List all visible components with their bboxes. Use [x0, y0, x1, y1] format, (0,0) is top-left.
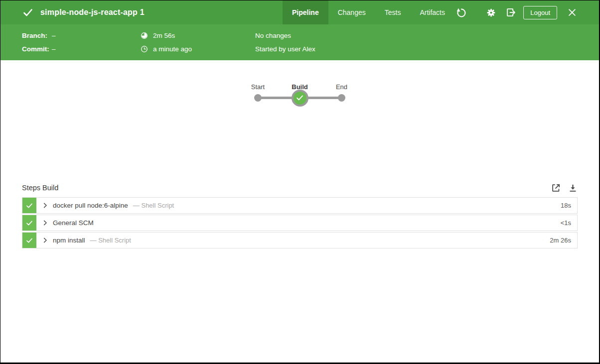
branch-line: Branch: –: [22, 31, 140, 40]
step-row-npm-install[interactable]: npm install — Shell Script 2m 26s: [22, 232, 578, 248]
steps-actions: [551, 183, 578, 193]
run-title-area: simple-node-js-react-app 1: [0, 0, 283, 24]
graph-node-build[interactable]: [292, 90, 308, 107]
header-actions: Logout: [456, 0, 599, 24]
graph-label-start: Start: [251, 83, 265, 91]
commit-label: Commit:: [22, 45, 52, 53]
step-duration: <1s: [561, 219, 577, 227]
pipeline-graph: Start Build End: [248, 83, 352, 112]
steps-title: Steps Build: [22, 184, 58, 192]
branch-label: Branch:: [22, 32, 52, 39]
open-log-external-link-icon[interactable]: [551, 183, 561, 193]
step-type: — Shell Script: [90, 237, 131, 244]
duration-timer-icon: [140, 31, 149, 40]
duration-value: 2m 56s: [153, 32, 175, 39]
step-success-check-icon: [22, 233, 36, 248]
close-icon[interactable]: [567, 7, 577, 17]
tab-bar: Pipeline Changes Tests Artifacts: [283, 0, 454, 24]
step-success-check-icon: [22, 215, 36, 231]
success-check-icon: [22, 6, 34, 18]
chevron-right-icon: [41, 219, 49, 227]
step-row-general-scm[interactable]: General SCM <1s: [22, 215, 578, 231]
chevron-right-icon: [41, 237, 49, 244]
commit-value: –: [52, 45, 56, 53]
started-by-line: Started by user Alex: [255, 45, 315, 53]
duration-line: 2m 56s: [140, 31, 255, 40]
tab-tests[interactable]: Tests: [375, 0, 411, 24]
tab-artifacts[interactable]: Artifacts: [410, 0, 454, 24]
steps-header: Steps Build: [22, 181, 578, 195]
graph-node-start[interactable]: [254, 94, 262, 102]
tab-pipeline[interactable]: Pipeline: [283, 0, 328, 24]
step-duration: 18s: [561, 202, 577, 209]
logout-button[interactable]: Logout: [523, 6, 557, 19]
changes-column: No changes Started by user Alex: [255, 31, 315, 53]
branch-commit-column: Branch: – Commit: –: [22, 31, 140, 53]
run-details-bar: Branch: – Commit: – 2m 56s: [0, 24, 599, 60]
chevron-right-icon: [41, 202, 49, 209]
download-log-icon[interactable]: [568, 183, 578, 193]
branch-value: –: [52, 32, 56, 39]
rerun-refresh-icon[interactable]: [456, 7, 467, 18]
pipeline-content: Start Build End Steps Build: [0, 60, 599, 363]
step-duration: 2m 26s: [550, 237, 577, 244]
time-ago-line: a minute ago: [140, 45, 255, 53]
blue-ocean-window: simple-node-js-react-app 1 Pipeline Chan…: [0, 0, 600, 364]
gear-icon[interactable]: [486, 7, 496, 18]
step-name: General SCM: [53, 219, 94, 227]
page-title: simple-node-js-react-app 1: [40, 8, 145, 17]
node-success-check-icon: [296, 94, 304, 102]
tab-changes[interactable]: Changes: [328, 0, 375, 24]
step-name: docker pull node:6-alpine: [53, 202, 128, 209]
steps-section: Steps Build: [22, 181, 578, 248]
commit-line: Commit: –: [22, 45, 140, 53]
time-ago-value: a minute ago: [153, 45, 192, 53]
clock-icon: [140, 45, 149, 53]
graph-node-end[interactable]: [338, 94, 345, 102]
time-column: 2m 56s a minute ago: [140, 31, 255, 53]
step-type: — Shell Script: [133, 202, 174, 209]
graph-label-end: End: [336, 83, 347, 91]
changes-line: No changes: [255, 31, 315, 40]
step-name: npm install: [53, 237, 85, 244]
exit-icon[interactable]: [505, 7, 516, 18]
step-row-docker-pull[interactable]: docker pull node:6-alpine — Shell Script…: [22, 197, 578, 214]
step-success-check-icon: [22, 198, 36, 213]
top-bar: simple-node-js-react-app 1 Pipeline Chan…: [0, 0, 599, 24]
